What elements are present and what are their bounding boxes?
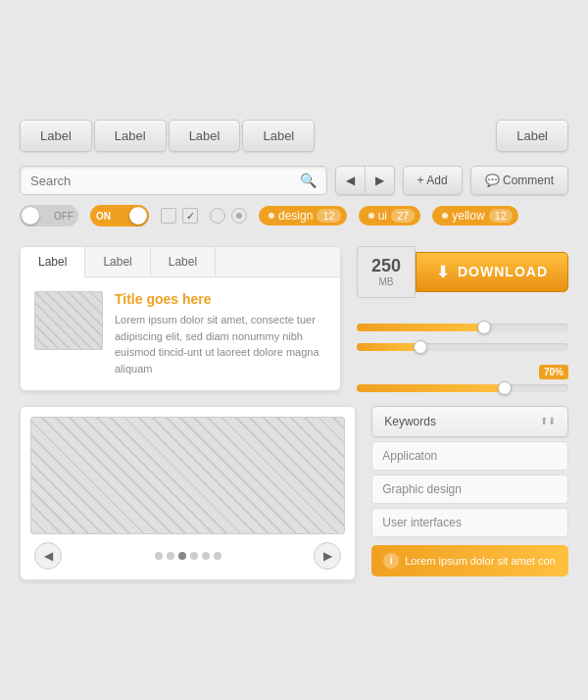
tag-count: 12 <box>489 209 513 223</box>
add-button[interactable]: + Add <box>403 166 463 195</box>
card-text: Title goes here Lorem ipsum dolor sit am… <box>115 291 326 376</box>
tag-ui[interactable]: ui 27 <box>359 206 421 225</box>
search-input[interactable] <box>30 174 300 188</box>
checkbox-unchecked[interactable] <box>161 208 176 224</box>
dl-size: 250 MB <box>357 246 416 298</box>
tab-btn-right[interactable]: Label <box>496 120 568 152</box>
dot-1[interactable] <box>155 552 163 560</box>
slide-dots <box>155 552 221 560</box>
list-item-2[interactable]: Graphic design <box>371 475 568 504</box>
slider-fill-2 <box>357 343 420 351</box>
slider-thumb-1[interactable] <box>477 321 491 334</box>
check-icon: ✓ <box>186 210 195 223</box>
tag-design[interactable]: design 12 <box>259 206 347 225</box>
card-title: Title goes here <box>115 291 326 307</box>
slider-pct-label: 70% <box>539 365 568 379</box>
chevron-icon: ⬆⬇ <box>540 416 556 426</box>
tag-dot <box>442 213 448 219</box>
right-panel: 250 MB ⬇ DOWNLOAD <box>357 246 568 392</box>
toggles-row: OFF ON ✓ design 12 ui 27 yellow <box>20 205 568 226</box>
info-icon: i <box>383 553 399 569</box>
toggle-on[interactable]: ON <box>90 205 149 226</box>
dot-2[interactable] <box>167 552 174 560</box>
card-tab-2[interactable]: Label <box>85 247 150 276</box>
slider-fill-1 <box>357 324 484 331</box>
dl-size-number: 250 <box>371 256 401 275</box>
download-icon: ⬇ <box>436 263 450 281</box>
info-banner[interactable]: i Lorem ipsum dolor sit amet con <box>371 545 568 576</box>
dot-6[interactable] <box>214 552 221 560</box>
tab-btn-1[interactable]: Label <box>20 120 92 152</box>
left-panel: Label Label Label Title goes here Lorem … <box>20 246 341 392</box>
toggle-knob-off <box>22 207 39 225</box>
toggle-knob-on <box>129 207 147 225</box>
nav-btns: ◀ ▶ <box>335 166 395 195</box>
slideshow: ◀ ▶ <box>20 406 356 580</box>
tag-count: 12 <box>317 209 340 223</box>
tag-yellow[interactable]: yellow 12 <box>432 206 518 225</box>
tab-bar: Label Label Label Label Label <box>20 120 568 152</box>
dot-5[interactable] <box>202 552 210 560</box>
keywords-dropdown[interactable]: Keywords ⬆⬇ <box>371 406 568 437</box>
slider-2 <box>357 343 568 351</box>
list-item-1[interactable]: Applicaton <box>371 441 568 471</box>
slider-thumb-2[interactable] <box>414 340 427 354</box>
info-text: Lorem ipsum dolor sit amet con <box>405 555 555 567</box>
prev-btn[interactable]: ◀ <box>336 167 366 194</box>
checkbox-checked[interactable]: ✓ <box>182 208 198 224</box>
dl-btn-label: DOWNLOAD <box>458 264 548 279</box>
slide-next[interactable]: ▶ <box>314 542 341 570</box>
tab-btn-3[interactable]: Label <box>169 120 241 152</box>
dot-4[interactable] <box>190 552 198 560</box>
slider-track-1[interactable] <box>357 324 568 331</box>
search-box[interactable]: 🔍 <box>20 166 327 195</box>
list-item-3[interactable]: User interfaces <box>371 508 568 537</box>
search-icon: 🔍 <box>300 173 317 188</box>
tab-btn-2[interactable]: Label <box>94 120 167 152</box>
radio-selected[interactable] <box>231 208 247 224</box>
slider-fill-3 <box>357 384 505 392</box>
download-button[interactable]: ⬇ DOWNLOAD <box>416 252 568 292</box>
card-tab-3[interactable]: Label <box>151 247 216 276</box>
toggle-off-label: OFF <box>54 211 74 222</box>
list-panel: Keywords ⬆⬇ Applicaton Graphic design Us… <box>371 406 568 580</box>
tag-dot <box>269 213 274 219</box>
bottom-section: Label Label Label Title goes here Lorem … <box>20 246 568 392</box>
tag-count: 27 <box>391 209 415 223</box>
radio-unselected[interactable] <box>210 208 225 224</box>
radio-group <box>210 208 247 224</box>
card-tabs: Label Label Label <box>21 247 340 277</box>
slide-nav: ◀ ▶ <box>30 542 345 570</box>
tab-btn-4[interactable]: Label <box>242 120 315 152</box>
dl-unit: MB <box>371 276 401 287</box>
toggle-on-label: ON <box>96 211 111 222</box>
controls-row: 🔍 ◀ ▶ + Add 💬 Comment <box>20 166 568 195</box>
tag-dot <box>368 213 374 219</box>
slider-1 <box>357 324 568 331</box>
checkbox-group: ✓ <box>161 208 198 224</box>
card-body: Title goes here Lorem ipsum dolor sit am… <box>21 277 340 390</box>
content-card: Label Label Label Title goes here Lorem … <box>20 246 341 391</box>
slider-track-3[interactable]: 70% <box>357 384 568 392</box>
slide-prev[interactable]: ◀ <box>34 542 62 570</box>
dot-3[interactable] <box>178 552 186 560</box>
slider-3: 70% <box>357 363 568 392</box>
card-body-text: Lorem ipsum dolor sit amet, consecte tue… <box>115 312 326 376</box>
card-tab-1[interactable]: Label <box>21 247 85 277</box>
dropdown-label: Keywords <box>384 415 436 428</box>
lower-section: ◀ ▶ Keywords ⬆⬇ Applicaton Graphic desig… <box>20 406 568 580</box>
toggle-off[interactable]: OFF <box>20 205 78 226</box>
download-widget: 250 MB ⬇ DOWNLOAD <box>357 246 568 298</box>
slider-thumb-3[interactable] <box>498 381 512 395</box>
tag-label: design <box>278 209 313 223</box>
next-btn[interactable]: ▶ <box>366 167 394 194</box>
tag-label: ui <box>378 209 387 223</box>
slide-image <box>30 417 345 534</box>
card-thumbnail <box>34 291 103 350</box>
slider-track-2[interactable] <box>357 343 568 351</box>
comment-button[interactable]: 💬 Comment <box>470 166 568 195</box>
tag-label: yellow <box>452 209 484 223</box>
